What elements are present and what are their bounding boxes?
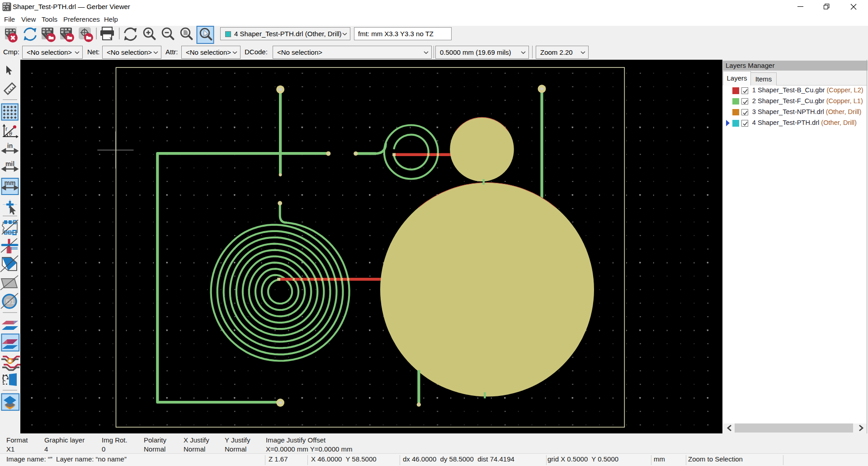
svg-text:mil: mil xyxy=(5,160,14,167)
svg-text:in: in xyxy=(7,142,13,149)
svg-text:D1: D1 xyxy=(6,298,14,305)
svg-text:θ: θ xyxy=(9,131,12,137)
svg-text:r: r xyxy=(5,125,8,132)
